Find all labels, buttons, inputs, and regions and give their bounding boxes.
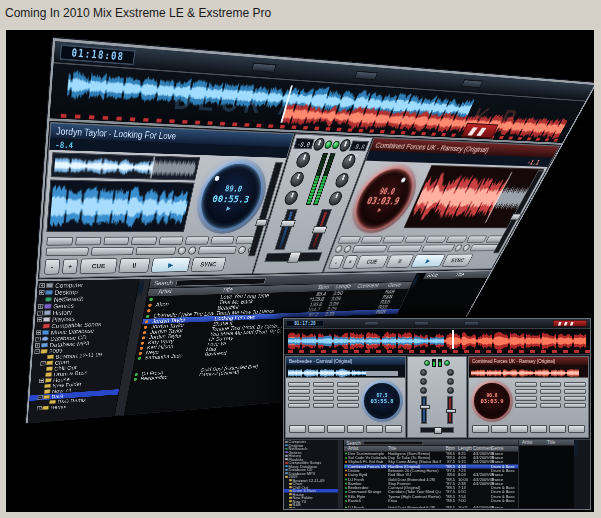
tree-expander[interactable]: − <box>34 349 40 354</box>
tree-expander[interactable]: + <box>37 311 43 316</box>
transport-button[interactable] <box>327 425 344 433</box>
fader-handle[interactable] <box>280 219 296 226</box>
loop-button[interactable] <box>404 236 427 244</box>
pfl-led-right[interactable] <box>444 360 450 366</box>
effect-button[interactable] <box>210 236 235 244</box>
column-header-artist[interactable]: Artist <box>158 287 221 294</box>
deck-a-waveform[interactable] <box>46 179 194 231</box>
eq-mid-knob-right[interactable] <box>333 173 350 188</box>
tree-expander[interactable]: + <box>37 317 43 322</box>
hotcue-button[interactable] <box>387 245 422 253</box>
deck-button[interactable] <box>564 382 586 387</box>
eq-knob[interactable] <box>420 369 427 376</box>
tree-expander[interactable]: + <box>35 343 41 348</box>
deck-button[interactable] <box>540 382 562 387</box>
hotcue-button[interactable] <box>197 246 237 254</box>
deck-button[interactable] <box>540 396 562 401</box>
hotcue-button[interactable] <box>45 247 89 256</box>
column-header-title[interactable]: Title <box>547 440 555 446</box>
pfl-led-left[interactable] <box>424 360 430 366</box>
crossfader[interactable] <box>420 427 454 433</box>
deck-button[interactable] <box>337 403 359 408</box>
effect-button[interactable] <box>184 236 209 244</box>
deck-button[interactable] <box>540 403 562 408</box>
transport-button[interactable] <box>510 425 527 433</box>
loop-button[interactable] <box>382 236 405 244</box>
transport-button[interactable] <box>491 425 508 433</box>
column-header-bpm[interactable]: Bpm <box>299 284 330 290</box>
hotcue-button[interactable] <box>135 247 176 256</box>
deck-button[interactable] <box>313 396 335 401</box>
effect-button[interactable] <box>446 236 468 243</box>
deck-button[interactable] <box>313 389 335 394</box>
tree-expander[interactable]: + <box>39 283 45 288</box>
column-header-artist[interactable]: Artist <box>423 272 457 279</box>
column-header-artist[interactable]: Artist <box>519 440 547 446</box>
sync-button[interactable]: SYNC <box>190 257 227 272</box>
eq-low-knob-left[interactable] <box>283 191 300 206</box>
tree-item[interactable]: Remix <box>284 507 338 509</box>
loop-button[interactable] <box>46 237 73 246</box>
eq-knob[interactable] <box>447 378 454 385</box>
tree-expander[interactable]: + <box>39 290 45 295</box>
transport-button[interactable] <box>366 425 383 433</box>
deck-a-overview-waveform[interactable] <box>51 152 201 180</box>
fader-handle[interactable] <box>420 405 430 409</box>
eq-knob[interactable] <box>420 378 427 385</box>
crossfader-handle[interactable] <box>287 252 301 263</box>
window-button[interactable] <box>464 321 479 326</box>
pitch-handle[interactable] <box>510 214 522 221</box>
hotcue-button[interactable] <box>421 244 455 251</box>
window-button[interactable] <box>251 62 276 73</box>
pitch-handle[interactable] <box>255 219 268 226</box>
track-row[interactable]: Eastick Krixa *88.5 7:00 Drum & Bass <box>344 499 518 503</box>
tree-expander[interactable]: + <box>35 337 41 342</box>
transport-button[interactable] <box>549 425 566 433</box>
window-button[interactable] <box>354 71 378 81</box>
deck-button[interactable] <box>564 396 586 401</box>
deck-button[interactable] <box>515 382 537 387</box>
transport-button[interactable] <box>308 425 325 433</box>
transport-button[interactable] <box>347 425 364 433</box>
small-round-button[interactable] <box>237 246 247 254</box>
transport-button[interactable] <box>472 425 489 433</box>
tree-expander[interactable]: − <box>37 395 42 399</box>
play-button[interactable]: ▶ <box>150 257 191 273</box>
deck-button[interactable] <box>564 389 586 394</box>
tree-expander[interactable]: + <box>37 406 42 410</box>
loop-button[interactable] <box>103 237 129 246</box>
tree-expander[interactable]: + <box>40 361 46 366</box>
channel-fader-right[interactable] <box>447 396 453 424</box>
play-button[interactable]: ▶ <box>410 254 446 268</box>
small-round-button[interactable] <box>334 245 344 253</box>
tree-expander[interactable]: + <box>39 378 44 383</box>
column-header-comment[interactable]: Comment <box>357 282 389 288</box>
transport-button[interactable] <box>530 425 547 433</box>
cue-button[interactable]: CUE <box>79 258 117 274</box>
deck-button[interactable] <box>288 403 310 408</box>
crossfader-handle[interactable] <box>434 427 442 434</box>
window-button[interactable] <box>461 79 483 88</box>
playlist-header[interactable]: Artist Title <box>519 440 574 446</box>
fader-handle[interactable] <box>312 226 328 233</box>
deck-button[interactable] <box>288 396 310 401</box>
deck-button[interactable] <box>288 389 310 394</box>
eq-low-knob-right[interactable] <box>327 191 344 205</box>
deck-button[interactable] <box>540 389 562 394</box>
column-header-title[interactable]: Title <box>454 272 466 279</box>
eq-knob[interactable] <box>447 369 454 376</box>
search-input[interactable] <box>176 277 267 286</box>
deck-button[interactable] <box>515 389 537 394</box>
window-button[interactable] <box>414 321 429 326</box>
transport-button[interactable] <box>289 425 306 433</box>
search-input[interactable] <box>363 441 423 445</box>
deck-b-waveform[interactable] <box>469 368 584 379</box>
deck-a-jog-wheel[interactable]: 87.5 03:55.8 <box>361 380 403 422</box>
effect-button[interactable] <box>425 236 447 243</box>
channel-fader-left[interactable] <box>274 209 298 250</box>
transport-button[interactable] <box>568 425 585 433</box>
pitch-minus-button[interactable]: - <box>44 259 61 275</box>
window-button[interactable] <box>364 321 379 326</box>
cue-button[interactable]: CUE <box>355 255 389 269</box>
eq-mid-knob-left[interactable] <box>289 172 306 187</box>
